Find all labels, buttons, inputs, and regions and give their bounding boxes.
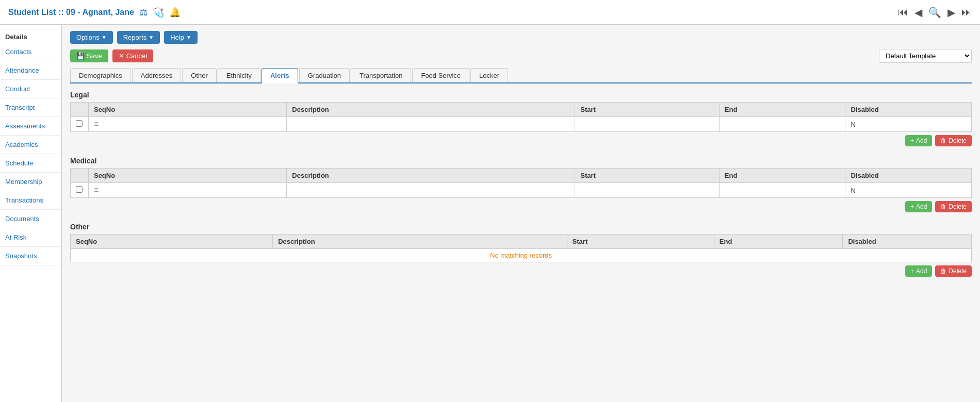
tab-addresses[interactable]: Addresses [132, 68, 181, 82]
sidebar-item-assessments[interactable]: Assessments [0, 117, 61, 136]
medical-row-end [719, 183, 845, 198]
other-col-end: End [714, 234, 843, 249]
trash-icon: 🗑 [940, 267, 946, 275]
other-col-disabled: Disabled [843, 234, 972, 249]
sidebar-item-at-risk[interactable]: At Risk [0, 228, 61, 247]
next-record-btn[interactable]: ▶ [948, 6, 955, 19]
other-section: Other SeqNo Description Start End Disabl… [70, 223, 972, 277]
tab-alerts[interactable]: Alerts [262, 68, 298, 83]
sidebar-item-documents[interactable]: Documents [0, 210, 61, 228]
x-icon: ✕ [119, 52, 124, 60]
search-btn[interactable]: 🔍 [928, 6, 941, 19]
sidebar: Details Contacts Attendance Conduct Tran… [0, 25, 62, 402]
header-bar: Student List :: 09 - Agnant, Jane ⚖ 🩺 🔔 … [0, 0, 980, 25]
legal-col-description: Description [287, 103, 575, 117]
medical-icon: 🩺 [153, 7, 164, 18]
medical-row-start [575, 183, 720, 198]
medical-add-button[interactable]: + Add [905, 201, 932, 212]
toolbar-row2: 💾 Save ✕ Cancel Default Template [70, 49, 972, 63]
prev-record-btn[interactable]: ◀ [914, 6, 922, 19]
tab-locker[interactable]: Locker [470, 68, 508, 82]
medical-col-end: End [719, 169, 845, 183]
save-cancel-group: 💾 Save ✕ Cancel [70, 49, 153, 62]
legal-row-checkbox[interactable] [76, 120, 83, 127]
legal-add-button[interactable]: + Add [905, 135, 932, 146]
other-add-button[interactable]: + Add [905, 265, 932, 277]
last-record-btn[interactable]: ⏭ [961, 6, 972, 18]
trash-icon: 🗑 [940, 137, 946, 144]
tab-food-service[interactable]: Food Service [412, 68, 469, 82]
tabs-bar: Demographics Addresses Other Ethnicity A… [70, 68, 972, 83]
plus-icon: + [910, 267, 914, 275]
medical-col-start: Start [575, 169, 720, 183]
other-col-description: Description [273, 234, 567, 249]
tab-ethnicity[interactable]: Ethnicity [218, 68, 260, 82]
sidebar-item-conduct[interactable]: Conduct [0, 80, 61, 98]
floppy-icon: 💾 [76, 52, 85, 60]
sidebar-item-membership[interactable]: Membership [0, 173, 61, 191]
table-row: ≡ N [71, 183, 972, 198]
trash-icon: 🗑 [940, 203, 946, 210]
medical-row-seqno: ≡ [88, 183, 286, 198]
legal-col-end: End [719, 103, 845, 117]
sidebar-item-schedule[interactable]: Schedule [0, 154, 61, 173]
seqno-handle-icon: ≡ [94, 186, 99, 194]
medical-col-description: Description [287, 169, 575, 183]
seqno-handle-icon: ≡ [94, 120, 99, 128]
medical-section: Medical SeqNo Description Start End Disa… [70, 157, 972, 212]
other-col-seqno: SeqNo [71, 234, 273, 249]
sidebar-item-attendance[interactable]: Attendance [0, 61, 61, 80]
legal-delete-button[interactable]: 🗑 Delete [935, 135, 972, 146]
legal-row-disabled: N [845, 117, 972, 132]
no-records-row: No matching records [71, 249, 972, 262]
legal-row-checkbox-cell [71, 117, 89, 132]
medical-delete-button[interactable]: 🗑 Delete [935, 201, 972, 212]
tab-graduation[interactable]: Graduation [299, 68, 350, 82]
bell-icon: 🔔 [169, 7, 181, 18]
medical-row-checkbox[interactable] [76, 186, 83, 193]
template-select[interactable]: Default Template [879, 49, 972, 63]
legal-col-start: Start [575, 103, 720, 117]
main-layout: Details Contacts Attendance Conduct Tran… [0, 25, 980, 402]
tab-demographics[interactable]: Demographics [70, 68, 131, 82]
legal-col-check [71, 103, 89, 117]
plus-icon: + [910, 137, 914, 144]
medical-row-actions: + Add 🗑 Delete [70, 201, 972, 212]
medical-row-disabled: N [845, 183, 972, 198]
cancel-button[interactable]: ✕ Cancel [112, 49, 153, 62]
other-table: SeqNo Description Start End Disabled No … [70, 234, 972, 262]
tab-other[interactable]: Other [182, 68, 217, 82]
legal-section: Legal SeqNo Description Start End Disabl… [70, 91, 972, 146]
legal-row-start [575, 117, 720, 132]
toolbar-row1: Options Reports Help [70, 31, 972, 44]
legal-table: SeqNo Description Start End Disabled ≡ [70, 102, 972, 132]
sidebar-item-contacts[interactable]: Contacts [0, 43, 61, 61]
scales-icon: ⚖ [139, 7, 148, 18]
header-navigation: ⏮ ◀ 🔍 ▶ ⏭ [898, 6, 972, 19]
other-section-title: Other [70, 223, 972, 231]
tab-transportation[interactable]: Transportation [351, 68, 411, 82]
other-delete-button[interactable]: 🗑 Delete [935, 265, 972, 277]
sidebar-item-academics[interactable]: Academics [0, 136, 61, 154]
reports-button[interactable]: Reports [117, 31, 160, 44]
page-title: Student List :: 09 - Agnant, Jane [8, 8, 134, 17]
legal-col-seqno: SeqNo [88, 103, 286, 117]
other-row-actions: + Add 🗑 Delete [70, 265, 972, 277]
other-col-start: Start [567, 234, 714, 249]
medical-row-description [287, 183, 575, 198]
sidebar-details-label: Details [0, 29, 61, 43]
sidebar-item-snapshots[interactable]: Snapshots [0, 247, 61, 265]
legal-col-disabled: Disabled [845, 103, 972, 117]
sidebar-item-transactions[interactable]: Transactions [0, 191, 61, 210]
help-button[interactable]: Help [164, 31, 198, 44]
medical-row-checkbox-cell [71, 183, 89, 198]
table-row: ≡ N [71, 117, 972, 132]
options-button[interactable]: Options [70, 31, 113, 44]
legal-row-actions: + Add 🗑 Delete [70, 135, 972, 146]
medical-col-disabled: Disabled [845, 169, 972, 183]
medical-col-check [71, 169, 89, 183]
medical-col-seqno: SeqNo [88, 169, 286, 183]
first-record-btn[interactable]: ⏮ [898, 6, 908, 18]
sidebar-item-transcript[interactable]: Transcript [0, 98, 61, 117]
save-button[interactable]: 💾 Save [70, 49, 108, 62]
